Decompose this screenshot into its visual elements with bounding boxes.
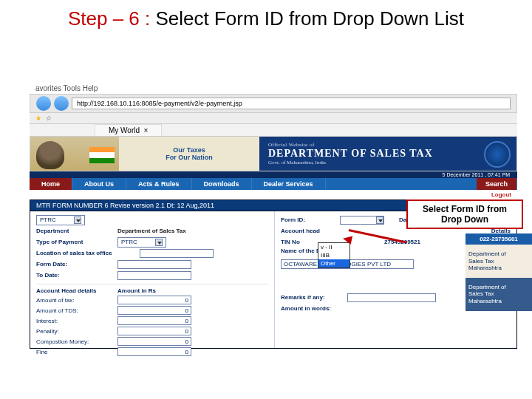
step-rest: Select Form ID from Drop Down List <box>150 7 464 30</box>
favorites-bar: ★ ☆ <box>30 113 517 124</box>
form-left-column: PTRC DepartmentDepartment of Sales Tax T… <box>30 211 274 348</box>
location-input[interactable] <box>140 249 214 258</box>
browser-tabs: My World × <box>30 124 517 136</box>
scheme-select[interactable]: PTRC <box>36 215 85 225</box>
favorites-star-icon[interactable]: ★ <box>35 115 41 122</box>
browser-menubar[interactable]: avorites Tools Help <box>30 83 517 94</box>
step-prefix: Step – 6 : <box>68 7 150 30</box>
nav-dealer[interactable]: Dealer Services <box>252 178 326 190</box>
portrait-icon <box>36 141 64 169</box>
callout-arrow-icon <box>341 223 408 238</box>
site-banner: Our Taxes For Our Nation Official Websit… <box>30 136 517 171</box>
type-select[interactable]: PTRC <box>117 237 166 248</box>
bookmark-item[interactable]: ☆ <box>46 115 52 122</box>
slide-title: Step – 6 : Select Form ID from Drop Down… <box>0 0 532 35</box>
banner-dept-title: Official Website of DEPARTMENT OF SALES … <box>259 137 516 171</box>
main-nav: Home About Us Acts & Rules Downloads Dea… <box>30 178 517 190</box>
form-id-option[interactable]: IIIB <box>318 251 349 259</box>
chevron-down-icon <box>155 239 163 246</box>
form-area: PTRC DepartmentDepartment of Sales Tax T… <box>30 211 517 349</box>
seal-icon <box>484 141 511 168</box>
remarks-input[interactable] <box>347 293 436 302</box>
form-id-option[interactable]: Other <box>318 259 349 267</box>
nav-home[interactable]: Home <box>30 178 72 190</box>
interest-input[interactable]: 0 <box>117 316 191 325</box>
amount-tds-input[interactable]: 0 <box>117 306 191 315</box>
logout-link[interactable]: Logout <box>491 191 511 198</box>
form-id-option[interactable]: v - II <box>318 243 349 251</box>
penalty-input[interactable]: 0 <box>117 327 191 335</box>
dept-box-dark: Department of Sales Tax Maharashtra <box>466 278 532 311</box>
address-bar-row <box>30 94 517 113</box>
to-date-input[interactable] <box>117 271 191 280</box>
composition-input[interactable]: 0 <box>117 337 191 346</box>
instruction-callout: Select Form ID from Drop Down <box>406 200 523 229</box>
chevron-down-icon <box>376 216 383 224</box>
nav-about[interactable]: About Us <box>72 178 126 190</box>
logout-bar: Logout <box>30 190 517 200</box>
banner-graphic <box>30 137 119 171</box>
nav-search[interactable]: Search <box>477 178 517 190</box>
india-flag-icon <box>89 147 115 163</box>
banner-tagline: Our Taxes For Our Nation <box>119 137 259 171</box>
form-date-input[interactable] <box>117 260 191 269</box>
form-id-dropdown-list[interactable]: v - II IIIB Other <box>318 242 350 268</box>
url-input[interactable] <box>72 98 511 109</box>
amount-tax-input[interactable]: 0 <box>117 296 191 304</box>
forward-button[interactable] <box>54 96 69 111</box>
side-info-column: 022-23735601 Department of Sales Tax Mah… <box>466 233 532 311</box>
back-button[interactable] <box>36 96 51 111</box>
datetime-bar: 5 December 2011 , 07:41 PM <box>30 171 517 178</box>
nav-acts[interactable]: Acts & Rules <box>126 178 192 190</box>
chevron-down-icon <box>74 216 81 224</box>
helpline-phone: 022-23735601 <box>466 233 532 245</box>
fine-input[interactable]: 0 <box>117 347 191 356</box>
browser-tab[interactable]: My World × <box>95 124 162 136</box>
department-value: Department of Sales Tax <box>117 228 268 234</box>
dept-box-light: Department of Sales Tax Maharashtra <box>466 245 532 278</box>
nav-downloads[interactable]: Downloads <box>192 178 252 190</box>
